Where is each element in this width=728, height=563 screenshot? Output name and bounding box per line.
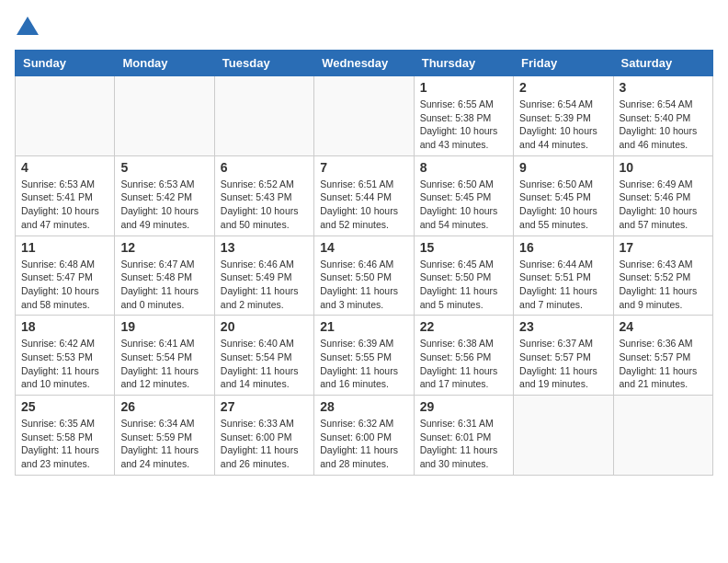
calendar-cell: 18Sunrise: 6:42 AM Sunset: 5:53 PM Dayli… (16, 316, 115, 396)
day-number: 17 (620, 240, 707, 255)
day-number: 15 (420, 240, 507, 255)
calendar-cell: 20Sunrise: 6:40 AM Sunset: 5:54 PM Dayli… (214, 316, 313, 396)
calendar-cell: 1Sunrise: 6:55 AM Sunset: 5:38 PM Daylig… (414, 76, 513, 156)
calendar-cell: 22Sunrise: 6:38 AM Sunset: 5:56 PM Dayli… (414, 316, 513, 396)
day-info: Sunrise: 6:39 AM Sunset: 5:55 PM Dayligh… (320, 337, 407, 391)
day-info: Sunrise: 6:53 AM Sunset: 5:41 PM Dayligh… (21, 178, 108, 232)
calendar-cell (214, 76, 313, 156)
calendar-cell: 19Sunrise: 6:41 AM Sunset: 5:54 PM Dayli… (115, 316, 214, 396)
day-number: 14 (320, 240, 407, 255)
day-info: Sunrise: 6:47 AM Sunset: 5:48 PM Dayligh… (120, 258, 208, 312)
column-header-sunday: Sunday (16, 51, 115, 76)
calendar-cell: 5Sunrise: 6:53 AM Sunset: 5:42 PM Daylig… (115, 155, 214, 236)
day-number: 22 (420, 319, 507, 334)
day-info: Sunrise: 6:46 AM Sunset: 5:50 PM Dayligh… (320, 258, 407, 312)
logo-icon (15, 15, 40, 40)
svg-marker-0 (17, 17, 39, 35)
day-number: 1 (420, 80, 507, 95)
calendar-header-row: SundayMondayTuesdayWednesdayThursdayFrid… (16, 51, 713, 76)
day-number: 16 (519, 240, 607, 255)
day-number: 4 (21, 160, 108, 175)
day-number: 9 (519, 160, 607, 175)
calendar-cell (16, 76, 115, 156)
calendar-cell: 13Sunrise: 6:46 AM Sunset: 5:49 PM Dayli… (214, 236, 313, 316)
calendar-cell: 14Sunrise: 6:46 AM Sunset: 5:50 PM Dayli… (314, 236, 414, 316)
day-info: Sunrise: 6:35 AM Sunset: 5:58 PM Dayligh… (21, 417, 108, 471)
logo (15, 15, 44, 40)
calendar-cell: 7Sunrise: 6:51 AM Sunset: 5:44 PM Daylig… (314, 155, 414, 236)
calendar-cell: 17Sunrise: 6:43 AM Sunset: 5:52 PM Dayli… (613, 236, 712, 316)
column-header-tuesday: Tuesday (214, 51, 313, 76)
calendar-cell: 28Sunrise: 6:32 AM Sunset: 6:00 PM Dayli… (314, 396, 414, 476)
day-info: Sunrise: 6:40 AM Sunset: 5:54 PM Dayligh… (221, 337, 308, 391)
day-info: Sunrise: 6:44 AM Sunset: 5:51 PM Dayligh… (519, 258, 607, 312)
day-number: 28 (320, 399, 407, 414)
day-info: Sunrise: 6:50 AM Sunset: 5:45 PM Dayligh… (420, 178, 507, 232)
day-info: Sunrise: 6:42 AM Sunset: 5:53 PM Dayligh… (21, 337, 108, 391)
day-info: Sunrise: 6:31 AM Sunset: 6:01 PM Dayligh… (420, 417, 507, 471)
calendar-week-row-5: 25Sunrise: 6:35 AM Sunset: 5:58 PM Dayli… (16, 396, 713, 476)
day-info: Sunrise: 6:51 AM Sunset: 5:44 PM Dayligh… (320, 178, 407, 232)
day-number: 26 (120, 399, 208, 414)
day-info: Sunrise: 6:54 AM Sunset: 5:40 PM Dayligh… (620, 98, 707, 152)
calendar-cell: 21Sunrise: 6:39 AM Sunset: 5:55 PM Dayli… (314, 316, 414, 396)
day-number: 23 (519, 319, 607, 334)
calendar-cell: 26Sunrise: 6:34 AM Sunset: 5:59 PM Dayli… (115, 396, 214, 476)
calendar-cell: 27Sunrise: 6:33 AM Sunset: 6:00 PM Dayli… (214, 396, 313, 476)
day-number: 7 (320, 160, 407, 175)
day-info: Sunrise: 6:33 AM Sunset: 6:00 PM Dayligh… (221, 417, 308, 471)
calendar-table: SundayMondayTuesdayWednesdayThursdayFrid… (15, 50, 713, 476)
day-number: 2 (519, 80, 607, 95)
column-header-wednesday: Wednesday (314, 51, 414, 76)
calendar-cell: 10Sunrise: 6:49 AM Sunset: 5:46 PM Dayli… (613, 155, 712, 236)
calendar-week-row-2: 4Sunrise: 6:53 AM Sunset: 5:41 PM Daylig… (16, 155, 713, 236)
day-number: 19 (120, 319, 208, 334)
day-number: 6 (221, 160, 308, 175)
day-info: Sunrise: 6:49 AM Sunset: 5:46 PM Dayligh… (620, 178, 707, 232)
day-info: Sunrise: 6:34 AM Sunset: 5:59 PM Dayligh… (120, 417, 208, 471)
calendar-cell: 29Sunrise: 6:31 AM Sunset: 6:01 PM Dayli… (414, 396, 513, 476)
day-info: Sunrise: 6:52 AM Sunset: 5:43 PM Dayligh… (221, 178, 308, 232)
day-number: 18 (21, 319, 108, 334)
column-header-thursday: Thursday (414, 51, 513, 76)
calendar-week-row-1: 1Sunrise: 6:55 AM Sunset: 5:38 PM Daylig… (16, 76, 713, 156)
day-info: Sunrise: 6:41 AM Sunset: 5:54 PM Dayligh… (120, 337, 208, 391)
calendar-cell: 23Sunrise: 6:37 AM Sunset: 5:57 PM Dayli… (514, 316, 613, 396)
day-number: 27 (221, 399, 308, 414)
column-header-friday: Friday (514, 51, 613, 76)
calendar-week-row-4: 18Sunrise: 6:42 AM Sunset: 5:53 PM Dayli… (16, 316, 713, 396)
day-number: 13 (221, 240, 308, 255)
column-header-saturday: Saturday (613, 51, 712, 76)
calendar-cell: 8Sunrise: 6:50 AM Sunset: 5:45 PM Daylig… (414, 155, 513, 236)
day-number: 20 (221, 319, 308, 334)
calendar-cell (115, 76, 214, 156)
day-number: 11 (21, 240, 108, 255)
day-info: Sunrise: 6:38 AM Sunset: 5:56 PM Dayligh… (420, 337, 507, 391)
day-number: 25 (21, 399, 108, 414)
header (15, 15, 713, 40)
calendar-cell: 2Sunrise: 6:54 AM Sunset: 5:39 PM Daylig… (514, 76, 613, 156)
day-info: Sunrise: 6:37 AM Sunset: 5:57 PM Dayligh… (519, 337, 607, 391)
day-number: 21 (320, 319, 407, 334)
calendar-cell: 3Sunrise: 6:54 AM Sunset: 5:40 PM Daylig… (613, 76, 712, 156)
day-info: Sunrise: 6:45 AM Sunset: 5:50 PM Dayligh… (420, 258, 507, 312)
calendar-cell: 9Sunrise: 6:50 AM Sunset: 5:45 PM Daylig… (514, 155, 613, 236)
day-info: Sunrise: 6:32 AM Sunset: 6:00 PM Dayligh… (320, 417, 407, 471)
day-info: Sunrise: 6:54 AM Sunset: 5:39 PM Dayligh… (519, 98, 607, 152)
day-info: Sunrise: 6:48 AM Sunset: 5:47 PM Dayligh… (21, 258, 108, 312)
day-info: Sunrise: 6:53 AM Sunset: 5:42 PM Dayligh… (120, 178, 208, 232)
day-number: 12 (120, 240, 208, 255)
calendar-cell: 16Sunrise: 6:44 AM Sunset: 5:51 PM Dayli… (514, 236, 613, 316)
day-number: 29 (420, 399, 507, 414)
calendar-cell: 6Sunrise: 6:52 AM Sunset: 5:43 PM Daylig… (214, 155, 313, 236)
calendar-week-row-3: 11Sunrise: 6:48 AM Sunset: 5:47 PM Dayli… (16, 236, 713, 316)
day-number: 8 (420, 160, 507, 175)
day-info: Sunrise: 6:36 AM Sunset: 5:57 PM Dayligh… (620, 337, 707, 391)
day-number: 5 (120, 160, 208, 175)
day-info: Sunrise: 6:43 AM Sunset: 5:52 PM Dayligh… (620, 258, 707, 312)
calendar-cell: 24Sunrise: 6:36 AM Sunset: 5:57 PM Dayli… (613, 316, 712, 396)
calendar-cell: 12Sunrise: 6:47 AM Sunset: 5:48 PM Dayli… (115, 236, 214, 316)
calendar-cell (314, 76, 414, 156)
day-number: 3 (620, 80, 707, 95)
day-info: Sunrise: 6:55 AM Sunset: 5:38 PM Dayligh… (420, 98, 507, 152)
